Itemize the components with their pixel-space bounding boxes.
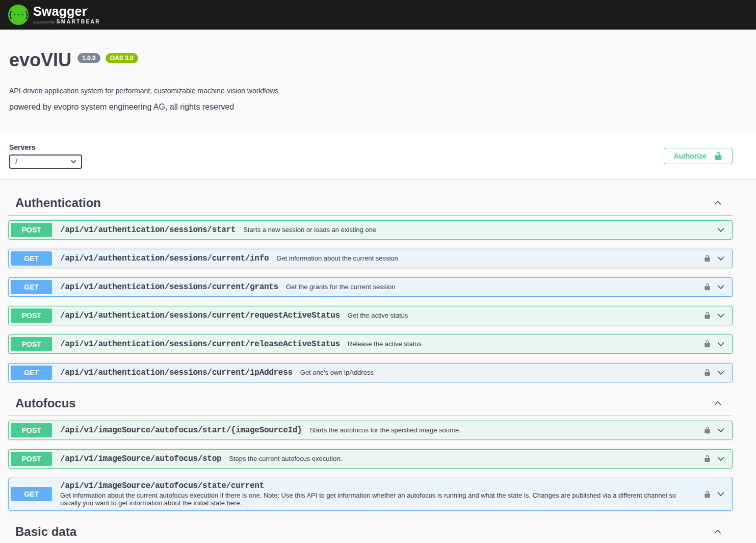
unlock-icon xyxy=(703,340,711,348)
method-badge: POST xyxy=(11,223,52,237)
servers-label: Servers xyxy=(9,143,82,151)
operation-main: /api/v1/authentication/sessions/start St… xyxy=(60,225,376,235)
auth-lock-button[interactable] xyxy=(703,455,711,462)
auth-lock-button[interactable] xyxy=(703,283,711,291)
operation-main: /api/v1/authentication/sessions/current/… xyxy=(60,368,374,377)
unlock-icon xyxy=(703,312,711,319)
unlock-icon xyxy=(703,426,711,434)
operation-path: /api/v1/imageSource/autofocus/start/{ima… xyxy=(60,426,302,435)
chevron-down-icon xyxy=(716,489,726,499)
expand-operation-button[interactable] xyxy=(716,454,726,464)
operation-summary: Get the active status xyxy=(348,312,408,319)
operation-row: GET /api/v1/authentication/sessions/curr… xyxy=(8,277,733,297)
swagger-logo[interactable]: {···} Swagger. Supported by SMARTBEAR xyxy=(8,5,100,25)
operation-main: /api/v1/imageSource/autofocus/stop Stops… xyxy=(60,454,342,463)
authorize-button[interactable]: Authorize xyxy=(664,148,733,164)
operation-summary-bar[interactable]: POST /api/v1/authentication/sessions/cur… xyxy=(9,335,732,353)
expand-operation-button[interactable] xyxy=(716,311,726,321)
unlock-icon xyxy=(703,455,711,462)
section-operations: POST /api/v1/imageSource/autofocus/start… xyxy=(8,416,733,511)
unlock-icon xyxy=(714,151,723,161)
chevron-down-icon xyxy=(716,311,726,321)
operation-row: POST /api/v1/imageSource/autofocus/start… xyxy=(8,421,733,440)
api-section: Autofocus POST /api/v1/imageSource/autof… xyxy=(8,392,733,511)
api-info: evoVIU 1.0.0 OAS 3.0 API-driven applicat… xyxy=(0,30,756,133)
operation-summary: Get one's own ipAddress xyxy=(300,369,374,376)
operation-row: POST /api/v1/imageSource/autofocus/stop … xyxy=(8,449,733,469)
chevron-up-icon[interactable] xyxy=(713,399,722,408)
section-title: Basic data xyxy=(15,525,76,539)
operation-main: /api/v1/authentication/sessions/current/… xyxy=(60,311,408,320)
chevron-down-icon xyxy=(716,454,726,464)
section-header[interactable]: Basic data xyxy=(8,520,733,543)
operation-main: /api/v1/imageSource/autofocus/state/curr… xyxy=(60,481,683,507)
chevron-up-icon[interactable] xyxy=(713,198,722,208)
method-badge: GET xyxy=(11,280,52,294)
operation-summary-bar[interactable]: POST /api/v1/imageSource/autofocus/start… xyxy=(9,421,732,439)
logo-text: Swagger. Supported by SMARTBEAR xyxy=(33,5,100,24)
operation-summary: Get information about the current sessio… xyxy=(276,254,398,262)
auth-lock-button[interactable] xyxy=(703,369,711,376)
unlock-icon xyxy=(703,254,711,262)
auth-lock-button[interactable] xyxy=(703,426,711,434)
operation-summary-bar[interactable]: POST /api/v1/imageSource/autofocus/stop … xyxy=(9,450,732,468)
operation-summary-bar[interactable]: GET /api/v1/authentication/sessions/curr… xyxy=(9,278,732,296)
auth-lock-button[interactable] xyxy=(703,340,711,348)
operation-summary-bar[interactable]: GET /api/v1/authentication/sessions/curr… xyxy=(9,364,732,382)
method-badge: GET xyxy=(11,251,52,266)
method-badge: POST xyxy=(11,308,52,323)
servers-block: Servers / xyxy=(9,143,82,169)
auth-lock-button[interactable] xyxy=(703,490,711,498)
operations: Authentication POST /api/v1/authenticati… xyxy=(0,179,756,543)
expand-operation-button[interactable] xyxy=(716,225,726,235)
operation-main: /api/v1/authentication/sessions/current/… xyxy=(60,282,395,292)
operation-summary: Starts the autofocus for the specified i… xyxy=(309,426,460,434)
trademark-mark: . xyxy=(87,5,89,10)
section-header[interactable]: Autofocus xyxy=(8,392,733,416)
chevron-down-icon xyxy=(716,282,726,292)
operation-row: POST /api/v1/authentication/sessions/cur… xyxy=(8,334,733,354)
api-section: Authentication POST /api/v1/authenticati… xyxy=(8,191,733,382)
operation-summary: Starts a new session or loads an existin… xyxy=(243,226,376,234)
method-badge: GET xyxy=(11,366,52,380)
chevron-down-icon xyxy=(716,225,726,235)
expand-operation-button[interactable] xyxy=(716,489,726,499)
authorize-label: Authorize xyxy=(673,152,707,160)
section-header[interactable]: Authentication xyxy=(8,191,733,216)
servers-select[interactable]: / xyxy=(9,154,82,169)
section-title: Autofocus xyxy=(15,396,76,411)
method-badge: POST xyxy=(11,337,52,351)
operation-row: POST /api/v1/authentication/sessions/cur… xyxy=(8,306,733,325)
supported-by-label: Supported by xyxy=(33,20,55,24)
operation-summary-bar[interactable]: POST /api/v1/authentication/sessions/sta… xyxy=(9,221,732,239)
api-copyright: powered by evopro system engineering AG,… xyxy=(9,102,733,112)
chevron-down-icon xyxy=(716,425,726,435)
operation-main: /api/v1/authentication/sessions/current/… xyxy=(60,340,422,349)
operation-path: /api/v1/authentication/sessions/current/… xyxy=(60,368,293,377)
auth-lock-button[interactable] xyxy=(703,254,711,262)
operation-path: /api/v1/imageSource/autofocus/state/curr… xyxy=(60,481,264,490)
expand-operation-button[interactable] xyxy=(716,282,726,292)
topbar: {···} Swagger. Supported by SMARTBEAR xyxy=(0,0,756,30)
chevron-down-icon xyxy=(716,339,726,349)
chevron-up-icon[interactable] xyxy=(713,527,722,536)
expand-operation-button[interactable] xyxy=(716,368,726,378)
operation-main: /api/v1/authentication/sessions/current/… xyxy=(60,254,398,263)
operation-summary-bar[interactable]: GET /api/v1/authentication/sessions/curr… xyxy=(9,249,732,268)
expand-operation-button[interactable] xyxy=(716,253,726,264)
operation-summary-bar[interactable]: GET /api/v1/imageSource/autofocus/state/… xyxy=(9,478,732,510)
section-title: Authentication xyxy=(15,196,101,211)
auth-lock-button[interactable] xyxy=(703,312,711,319)
unlock-icon xyxy=(703,369,711,376)
unlock-icon xyxy=(703,283,711,291)
operation-row: GET /api/v1/authentication/sessions/curr… xyxy=(8,249,733,268)
oas-badge: OAS 3.0 xyxy=(106,53,138,63)
scheme-container: Servers / Authorize xyxy=(0,133,756,179)
expand-operation-button[interactable] xyxy=(716,425,726,435)
operation-summary: Get information about the current autofo… xyxy=(60,492,683,507)
operation-summary-bar[interactable]: POST /api/v1/authentication/sessions/cur… xyxy=(9,306,732,325)
expand-operation-button[interactable] xyxy=(716,339,726,349)
chevron-down-icon xyxy=(716,253,726,264)
method-badge: GET xyxy=(11,487,52,501)
operation-summary: Release the active status xyxy=(348,340,422,348)
